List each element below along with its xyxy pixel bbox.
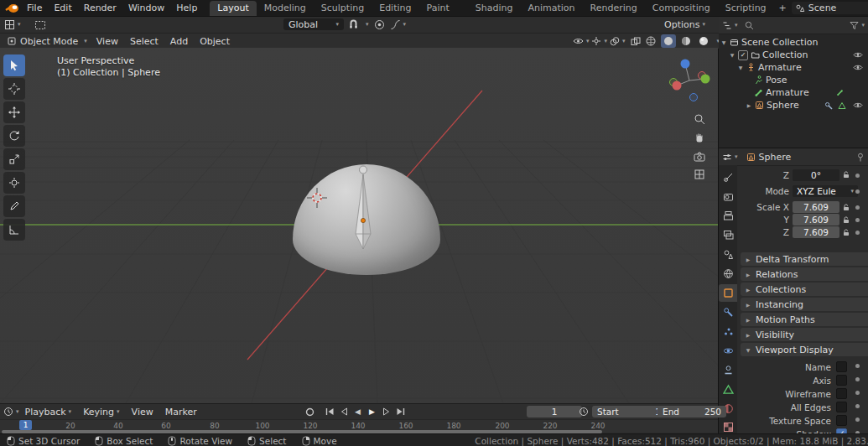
expander-icon[interactable]: ▼ [720,39,727,45]
all-edges-checkbox[interactable]: ✓ [836,402,847,412]
current-frame-field[interactable]: 1 [527,406,582,417]
shading-rendered-button[interactable] [696,34,711,48]
tab-constraints[interactable] [719,360,737,379]
blender-logo[interactable] [5,3,19,13]
animate-dot[interactable] [855,189,860,194]
outliner-row-sphere[interactable]: ▶ Sphere [746,99,799,112]
annotate-tool[interactable] [3,195,25,217]
animate-dot[interactable] [855,174,860,178]
tab-particles[interactable] [719,322,737,340]
tab-uv-editing[interactable]: UV Editing [372,0,418,16]
menu-keying[interactable]: Keying▾ [77,407,125,417]
previous-keyframe-button[interactable] [337,406,350,417]
tab-compositing[interactable]: Compositing [645,1,718,16]
mode-dropdown[interactable]: Object Mode ▾ [3,36,91,47]
menu-object[interactable]: Object [194,36,236,47]
collection-checkbox[interactable]: ✓ [738,50,748,60]
rotation-z-field[interactable]: 0° [793,169,839,181]
outliner-row-pose[interactable]: Pose [754,74,787,86]
expander-icon[interactable]: ▼ [729,52,735,58]
outliner-row-scene-collection[interactable]: ▼ Scene Collection [720,36,818,49]
menu-add[interactable]: Add [164,36,194,47]
menu-file[interactable]: File [21,3,48,13]
animate-dot[interactable] [855,417,860,422]
menu-help[interactable]: Help [170,3,203,13]
tab-modifiers[interactable] [719,303,737,321]
axis-checkbox[interactable]: ✓ [836,375,847,386]
menu-playback[interactable]: Playback▾ [19,407,78,417]
lock-icon[interactable] [843,216,850,224]
outliner-row-armature-data[interactable]: Armature [754,86,809,99]
section-instancing[interactable]: ▶Instancing [741,298,868,311]
tab-physics[interactable] [719,341,737,360]
menu-window[interactable]: Window [122,3,170,13]
scale-tool[interactable] [3,148,25,170]
snap-settings-dropdown[interactable]: ▾ [363,22,369,28]
auto-keying-toggle[interactable] [304,406,316,417]
overlays-dropdown[interactable]: ▾ [610,37,626,46]
xray-toggle[interactable] [631,37,641,46]
tab-scripting[interactable]: Scripting [718,1,774,16]
zoom-icon[interactable] [691,111,708,127]
gizmos-dropdown[interactable]: ▾ [591,36,607,46]
tab-texture-paint[interactable]: Texture Paint [419,0,468,16]
tab-tool[interactable] [719,169,737,187]
tab-layout[interactable]: Layout [210,1,256,16]
playhead[interactable]: 1 [19,420,32,430]
lock-icon[interactable] [843,204,850,211]
cursor-tool[interactable] [3,78,25,100]
filter-icon[interactable]: ▾ [850,21,865,30]
ortho-grid-icon[interactable] [691,166,708,183]
start-frame-field[interactable]: Start 1 [592,406,666,417]
menu-view[interactable]: View [91,36,124,47]
section-visibility[interactable]: ▶Visibility [741,328,868,341]
tab-shading[interactable]: Shading [468,1,521,16]
expander-icon[interactable]: ▶ [746,102,752,108]
tab-scene[interactable] [719,246,737,264]
editor-type-button-outliner[interactable]: ▾ [722,21,738,30]
name-checkbox[interactable]: ✓ [836,361,847,372]
pan-hand-icon[interactable] [691,129,708,146]
editor-type-button[interactable]: ▾ [4,19,21,30]
animate-dot[interactable] [855,391,860,395]
rotation-mode-dropdown[interactable]: XYZ Eule ▾ [793,185,858,197]
active-tool-icon[interactable] [34,20,46,30]
expander-icon[interactable]: ▼ [737,65,744,70]
tab-view-layer[interactable] [719,226,737,245]
tab-rendering[interactable]: Rendering [583,1,645,16]
menu-timeline-view[interactable]: View [126,407,159,417]
scale-y-field[interactable]: 7.609 [793,214,839,226]
section-viewport-display[interactable]: ▼Viewport Display [741,343,868,356]
shading-solid-button[interactable] [661,34,676,48]
hide-in-viewport-eye-icon[interactable] [853,101,863,109]
tab-object[interactable] [719,284,737,303]
menu-render[interactable]: Render [78,3,122,13]
shading-wireframe-button[interactable] [643,34,658,48]
scene-name[interactable]: Scene [808,3,868,13]
hide-in-viewport-eye-icon[interactable] [853,64,863,71]
tab-texture[interactable] [719,418,737,433]
lock-icon[interactable] [843,171,850,179]
next-keyframe-button[interactable] [380,406,392,417]
snap-magnet-icon[interactable] [349,19,358,29]
navigation-gizmo[interactable] [664,54,715,105]
tab-object-data[interactable] [719,380,737,398]
lock-icon[interactable] [843,229,850,236]
tab-modeling[interactable]: Modeling [257,1,314,16]
transform-orientation-dropdown[interactable]: Global ▾ [283,18,344,30]
jump-to-end-button[interactable] [394,406,407,417]
outliner-row-armature-object[interactable]: ▼ Armature [737,61,802,74]
3d-viewport[interactable]: User Perspective (1) Collection | Sphere [0,48,718,403]
editor-type-button-timeline[interactable]: ▾ [3,407,19,417]
animate-dot[interactable] [855,364,860,368]
proportional-falloff-dropdown[interactable]: ▾ [390,19,407,30]
transform-tool[interactable] [3,172,25,194]
play-button[interactable]: ▶ [366,406,378,417]
add-workspace-button[interactable]: + [774,1,792,16]
object-visibility-dropdown[interactable]: ▾ [573,37,590,45]
proportional-editing-toggle[interactable] [374,19,385,30]
editor-type-button-properties[interactable]: ▾ [722,153,738,162]
tab-world[interactable] [719,265,737,283]
section-relations[interactable]: ▶Relations [741,267,868,281]
tab-render[interactable] [719,188,737,206]
